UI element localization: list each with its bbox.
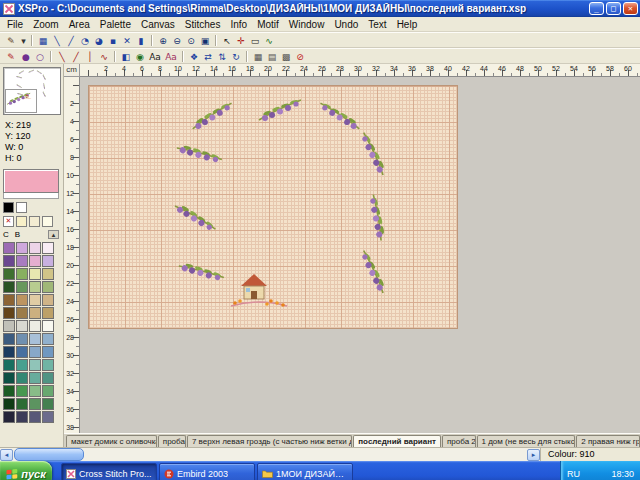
palette-swatch[interactable] bbox=[16, 281, 28, 293]
full-stitch-icon[interactable]: ▦ bbox=[36, 34, 50, 47]
no-colour-swatch[interactable]: ✕ bbox=[3, 216, 14, 227]
select-rect-icon[interactable]: ▭ bbox=[248, 34, 262, 47]
menu-info[interactable]: Info bbox=[225, 18, 252, 31]
delete-tool-icon[interactable]: ⊘ bbox=[293, 50, 307, 63]
menu-stitches[interactable]: Stitches bbox=[180, 18, 226, 31]
pattern-tab[interactable]: 1 дом (не весь для стыковки) bbox=[477, 435, 576, 447]
flip-horizontal-icon[interactable]: ⇄ bbox=[201, 50, 215, 63]
mini-swatch[interactable] bbox=[42, 216, 53, 227]
palette-swatch[interactable] bbox=[16, 268, 28, 280]
taskbar-button[interactable]: Embird 2003 bbox=[159, 463, 255, 480]
pattern-tab[interactable]: макет домик с оливочками bbox=[66, 435, 157, 447]
palette-swatch[interactable] bbox=[3, 372, 15, 384]
text-tool-icon[interactable]: Aa bbox=[147, 50, 163, 63]
palette-swatch[interactable] bbox=[42, 268, 54, 280]
palette-swatch[interactable] bbox=[42, 385, 54, 397]
maximize-button[interactable]: □ bbox=[606, 2, 621, 15]
palette-swatch[interactable] bbox=[3, 346, 15, 358]
palette-swatch[interactable] bbox=[16, 255, 28, 267]
palette-swatch[interactable] bbox=[3, 320, 15, 332]
three-quarter-stitch-icon[interactable]: ◕ bbox=[92, 34, 106, 47]
petite-stitch-icon[interactable]: ▪ bbox=[106, 34, 120, 47]
palette-scroll-up-icon[interactable]: ▲ bbox=[48, 230, 59, 239]
color-pencil-icon[interactable]: ✎ bbox=[3, 50, 19, 63]
palette-swatch[interactable] bbox=[16, 372, 28, 384]
palette-swatch[interactable] bbox=[42, 281, 54, 293]
move-tool-icon[interactable]: ✛ bbox=[234, 34, 248, 47]
palette-swatch[interactable] bbox=[3, 385, 15, 397]
zoom-area-icon[interactable]: ⊙ bbox=[184, 34, 198, 47]
backstitch-icon[interactable]: ╲ bbox=[55, 50, 69, 63]
menu-text[interactable]: Text bbox=[363, 18, 391, 31]
menu-palette[interactable]: Palette bbox=[95, 18, 136, 31]
current-color-swatch[interactable] bbox=[3, 169, 59, 193]
palette-swatch[interactable] bbox=[16, 307, 28, 319]
menu-undo[interactable]: Undo bbox=[329, 18, 363, 31]
menu-area[interactable]: Area bbox=[64, 18, 95, 31]
minimize-button[interactable]: _ bbox=[589, 2, 604, 15]
palette-swatch[interactable] bbox=[3, 242, 15, 254]
menu-file[interactable]: File bbox=[2, 18, 28, 31]
palette-swatch[interactable] bbox=[29, 281, 41, 293]
menu-motif[interactable]: Motif bbox=[252, 18, 284, 31]
palette-swatch[interactable] bbox=[42, 294, 54, 306]
pattern-view-icon[interactable]: ▩ bbox=[279, 50, 293, 63]
palette-swatch[interactable] bbox=[29, 398, 41, 410]
cross-stitch-icon[interactable]: ✕ bbox=[120, 34, 134, 47]
color-picker-icon[interactable]: ◉ bbox=[133, 50, 147, 63]
scroll-left-icon[interactable]: ◂ bbox=[0, 449, 13, 461]
palette-swatch[interactable] bbox=[3, 307, 15, 319]
palette-swatch[interactable] bbox=[29, 372, 41, 384]
palette-swatch[interactable] bbox=[3, 398, 15, 410]
pattern-tab[interactable]: 7 верхн левая гроздь (с частью ниж ветки… bbox=[187, 435, 352, 447]
horizontal-scrollbar[interactable]: ◂ ▸ bbox=[0, 448, 541, 461]
select-arrow-icon[interactable]: ↖ bbox=[220, 34, 234, 47]
palette-swatch[interactable] bbox=[16, 398, 28, 410]
palette-swatch[interactable] bbox=[16, 411, 28, 423]
palette-swatch[interactable] bbox=[29, 255, 41, 267]
palette-swatch[interactable] bbox=[16, 385, 28, 397]
palette-swatch[interactable] bbox=[42, 398, 54, 410]
palette-swatch[interactable] bbox=[29, 385, 41, 397]
scroll-right-icon[interactable]: ▸ bbox=[527, 449, 540, 461]
rows-toggle-icon[interactable]: ▤ bbox=[265, 50, 279, 63]
palette-swatch[interactable] bbox=[3, 294, 15, 306]
half-stitch-forward-icon[interactable]: ╱ bbox=[64, 34, 78, 47]
palette-swatch[interactable] bbox=[16, 242, 28, 254]
menu-window[interactable]: Window bbox=[284, 18, 330, 31]
motif-tool-icon[interactable]: ❖ bbox=[187, 50, 201, 63]
mini-swatch[interactable] bbox=[16, 202, 27, 213]
straight-line-icon[interactable]: │ bbox=[83, 50, 97, 63]
french-knot-icon[interactable]: ● bbox=[19, 50, 33, 63]
half-stitch-back-icon[interactable]: ╲ bbox=[50, 34, 64, 47]
palette-swatch[interactable] bbox=[29, 242, 41, 254]
pencil-tool-icon[interactable]: ✎ bbox=[3, 34, 19, 47]
palette-swatch[interactable] bbox=[3, 333, 15, 345]
curve-tool-icon[interactable]: ∿ bbox=[97, 50, 111, 63]
scrollbar-thumb[interactable] bbox=[14, 448, 84, 461]
palette-swatch[interactable] bbox=[16, 333, 28, 345]
palette-swatch[interactable] bbox=[42, 242, 54, 254]
quarter-stitch-icon[interactable]: ◔ bbox=[78, 34, 92, 47]
menu-canvas[interactable]: Canvas bbox=[136, 18, 180, 31]
palette-swatch[interactable] bbox=[42, 359, 54, 371]
pattern-tab[interactable]: 2 правая ниж гр... bbox=[576, 435, 640, 447]
palette-swatch[interactable] bbox=[42, 255, 54, 267]
pattern-tab[interactable]: проба bbox=[158, 435, 186, 447]
fill-tool-icon[interactable]: ◧ bbox=[119, 50, 133, 63]
palette-swatch[interactable] bbox=[3, 268, 15, 280]
start-button[interactable]: пуск bbox=[0, 461, 52, 480]
palette-swatch[interactable] bbox=[29, 307, 41, 319]
palette-swatch[interactable] bbox=[29, 294, 41, 306]
language-indicator[interactable]: RU bbox=[567, 469, 580, 479]
palette-swatch[interactable] bbox=[3, 359, 15, 371]
palette-swatch[interactable] bbox=[16, 359, 28, 371]
palette-swatch[interactable] bbox=[42, 307, 54, 319]
palette-swatch[interactable] bbox=[16, 320, 28, 332]
stitch-grid[interactable] bbox=[88, 85, 458, 329]
menu-help[interactable]: Help bbox=[392, 18, 423, 31]
mini-swatch[interactable] bbox=[29, 216, 40, 227]
palette-swatch[interactable] bbox=[3, 411, 15, 423]
menu-zoom[interactable]: Zoom bbox=[28, 18, 64, 31]
close-button[interactable]: ✕ bbox=[623, 2, 638, 15]
